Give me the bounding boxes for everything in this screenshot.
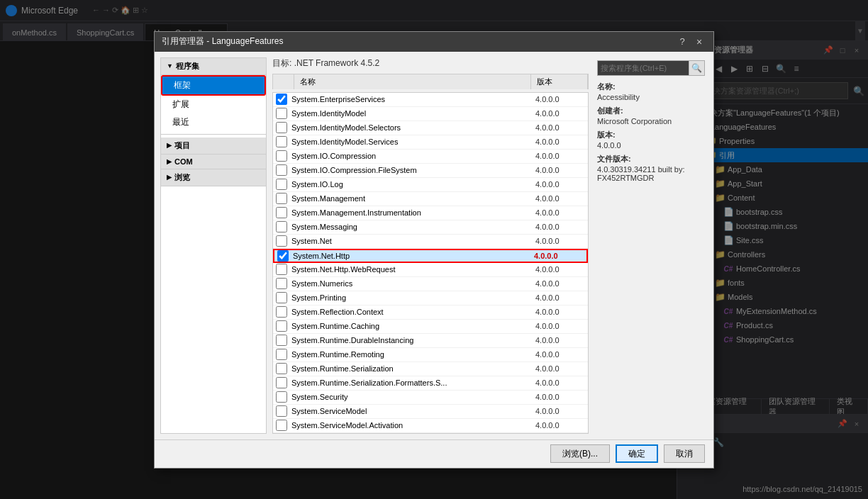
info-file-version-value: 4.0.30319.34211 built by: FX452RTMGDR bbox=[597, 165, 705, 182]
list-row-18[interactable]: System.Runtime.Remoting 4.0.0.0 bbox=[273, 348, 588, 362]
name-col-header: 名称 bbox=[294, 74, 531, 89]
info-creator-value: Microsoft Corporation bbox=[597, 117, 705, 125]
list-row-23[interactable]: System.ServiceModel.Activation 4.0.0.0 bbox=[273, 419, 588, 433]
info-name-label: 名称: bbox=[597, 82, 705, 92]
list-name-6: System.IO.Log bbox=[291, 180, 535, 189]
nav-assemblies-header[interactable]: ▼ 程序集 bbox=[161, 58, 266, 75]
list-row-16[interactable]: System.Runtime.Caching 4.0.0.0 bbox=[273, 320, 588, 334]
checkbox-10[interactable] bbox=[276, 235, 287, 247]
checkbox-19[interactable] bbox=[276, 363, 287, 374]
list-version-6: 4.0.0.0 bbox=[535, 180, 585, 189]
list-row-7[interactable]: System.Management 4.0.0.0 bbox=[273, 192, 588, 206]
checkbox-0[interactable] bbox=[276, 94, 287, 105]
list-name-0: System.EnterpriseServices bbox=[291, 95, 535, 103]
list-row-3[interactable]: System.IdentityModel.Services 4.0.0.0 bbox=[273, 135, 588, 150]
info-name-field: 名称: Accessibility bbox=[597, 82, 705, 101]
checkbox-5[interactable] bbox=[276, 164, 287, 176]
list-row-5[interactable]: System.IO.Compression.FileSystem 4.0.0.0 bbox=[273, 164, 588, 178]
checkbox-8[interactable] bbox=[276, 207, 287, 218]
dialog-info: 🔍 名称: Accessibility 创建者: Microsoft Corpo… bbox=[594, 57, 708, 434]
checkbox-22[interactable] bbox=[276, 405, 287, 417]
list-row-10[interactable]: System.Net 4.0.0.0 bbox=[273, 235, 588, 249]
list-name-8: System.Management.Instrumentation bbox=[291, 208, 535, 217]
checkbox-2[interactable] bbox=[276, 122, 287, 133]
nav-browse-header[interactable]: ▶ 浏览 bbox=[161, 169, 266, 186]
list-version-8: 4.0.0.0 bbox=[535, 208, 585, 217]
list-row-14[interactable]: System.Printing 4.0.0.0 bbox=[273, 291, 588, 305]
checkbox-23[interactable] bbox=[276, 420, 287, 431]
list-row-11[interactable]: System.Net.Http 4.0.0.0 bbox=[273, 249, 588, 263]
list-name-18: System.Runtime.Remoting bbox=[291, 350, 535, 359]
list-row-8[interactable]: System.Management.Instrumentation 4.0.0.… bbox=[273, 206, 588, 220]
list-version-13: 4.0.0.0 bbox=[535, 279, 585, 288]
checkbox-4[interactable] bbox=[276, 150, 287, 162]
checkbox-14[interactable] bbox=[276, 292, 287, 303]
nav-com-header[interactable]: ▶ COM bbox=[161, 155, 266, 169]
assembly-search-button[interactable]: 🔍 bbox=[689, 60, 705, 76]
nav-item-extensions[interactable]: 扩展 bbox=[161, 96, 266, 113]
list-row-9[interactable]: System.Messaging 4.0.0.0 bbox=[273, 220, 588, 235]
list-name-2: System.IdentityModel.Selectors bbox=[291, 123, 535, 132]
list-row-15[interactable]: System.Reflection.Context 4.0.0.0 bbox=[273, 305, 588, 320]
checkbox-13[interactable] bbox=[276, 278, 287, 289]
list-version-4: 4.0.0.0 bbox=[535, 152, 585, 160]
list-row-19[interactable]: System.Runtime.Serialization 4.0.0.0 bbox=[273, 362, 588, 376]
ok-button[interactable]: 确定 bbox=[616, 444, 658, 463]
checkbox-7[interactable] bbox=[276, 193, 287, 204]
list-header: 名称 版本 bbox=[272, 74, 589, 89]
info-creator-field: 创建者: Microsoft Corporation bbox=[597, 106, 705, 125]
checkbox-9[interactable] bbox=[276, 221, 287, 232]
browse-section-arrow: ▶ bbox=[167, 174, 172, 181]
list-row-2[interactable]: System.IdentityModel.Selectors 4.0.0.0 bbox=[273, 121, 588, 135]
list-name-12: System.Net.Http.WebRequest bbox=[291, 265, 535, 274]
modal-overlay: 引用管理器 - LanguageFeatures ? × ▼ 程序集 bbox=[0, 0, 868, 499]
list-name-23: System.ServiceModel.Activation bbox=[291, 421, 535, 430]
checkbox-12[interactable] bbox=[276, 264, 287, 275]
list-name-5: System.IO.Compression.FileSystem bbox=[291, 166, 535, 174]
checkbox-17[interactable] bbox=[276, 335, 287, 346]
checkbox-6[interactable] bbox=[276, 179, 287, 190]
list-row-0[interactable]: System.EnterpriseServices 4.0.0.0 bbox=[273, 93, 588, 107]
dialog-titlebar-controls: ? × bbox=[675, 35, 706, 49]
list-row-12[interactable]: System.Net.Http.WebRequest 4.0.0.0 bbox=[273, 263, 588, 277]
list-row-13[interactable]: System.Numerics 4.0.0.0 bbox=[273, 277, 588, 291]
nav-item-recent[interactable]: 最近 bbox=[161, 113, 266, 131]
nav-project-header[interactable]: ▶ 项目 bbox=[161, 138, 266, 155]
list-row-22[interactable]: System.ServiceModel 4.0.0.0 bbox=[273, 405, 588, 419]
checkbox-18[interactable] bbox=[276, 349, 287, 360]
checkbox-21[interactable] bbox=[276, 391, 287, 403]
dialog-close-button[interactable]: × bbox=[692, 35, 706, 49]
dialog-body: ▼ 程序集 框架 扩展 最近 bbox=[155, 52, 713, 439]
list-version-20: 4.0.0.0 bbox=[535, 379, 585, 387]
checkbox-15[interactable] bbox=[276, 306, 287, 318]
project-section-label: 项目 bbox=[174, 140, 190, 151]
list-version-11: 4.0.0.0 bbox=[534, 252, 584, 260]
list-version-10: 4.0.0.0 bbox=[535, 237, 585, 245]
assembly-search-input[interactable] bbox=[597, 60, 689, 76]
nav-item-framework[interactable]: 框架 bbox=[161, 75, 266, 96]
list-name-3: System.IdentityModel.Services bbox=[291, 138, 535, 146]
list-version-17: 4.0.0.0 bbox=[535, 336, 585, 344]
checkbox-1[interactable] bbox=[276, 108, 287, 119]
list-version-19: 4.0.0.0 bbox=[535, 364, 585, 373]
cancel-button[interactable]: 取消 bbox=[664, 444, 705, 463]
checkbox-3[interactable] bbox=[276, 136, 287, 147]
list-name-20: System.Runtime.Serialization.Formatters.… bbox=[291, 379, 535, 387]
list-name-4: System.IO.Compression bbox=[291, 152, 535, 160]
dialog-help-button[interactable]: ? bbox=[675, 35, 689, 49]
list-version-7: 4.0.0.0 bbox=[535, 194, 585, 203]
checkbox-16[interactable] bbox=[276, 320, 287, 332]
list-row-4[interactable]: System.IO.Compression 4.0.0.0 bbox=[273, 150, 588, 164]
list-row-6[interactable]: System.IO.Log 4.0.0.0 bbox=[273, 178, 588, 192]
list-row-1[interactable]: System.IdentityModel 4.0.0.0 bbox=[273, 107, 588, 121]
browse-button[interactable]: 浏览(B)... bbox=[550, 444, 610, 463]
list-name-14: System.Printing bbox=[291, 293, 535, 302]
checkbox-11[interactable] bbox=[277, 250, 289, 262]
list-row-21[interactable]: System.Security 4.0.0.0 bbox=[273, 391, 588, 405]
list-row-17[interactable]: System.Runtime.DurableInstancing 4.0.0.0 bbox=[273, 334, 588, 348]
list-name-13: System.Numerics bbox=[291, 279, 535, 288]
list-version-9: 4.0.0.0 bbox=[535, 223, 585, 231]
nav-framework-wrapper: 框架 bbox=[161, 75, 266, 96]
list-row-20[interactable]: System.Runtime.Serialization.Formatters.… bbox=[273, 376, 588, 391]
checkbox-20[interactable] bbox=[276, 377, 287, 388]
